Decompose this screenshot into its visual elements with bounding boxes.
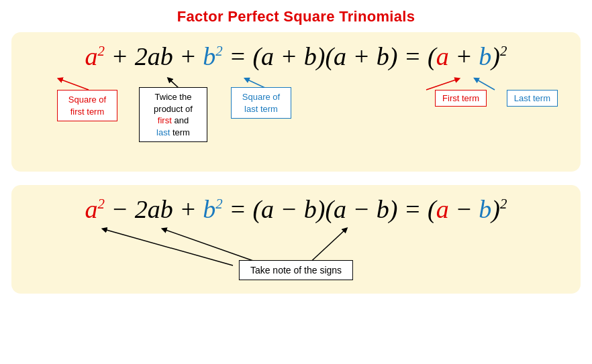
page-title: Factor Perfect Square Trinomials (177, 8, 415, 25)
annotations-area-bottom: Take note of the signs (25, 224, 567, 284)
take-note-label: Take note of the signs (250, 265, 342, 276)
two-ab: 2ab (135, 42, 173, 71)
plus2: + (173, 42, 203, 71)
minus3: − (449, 194, 479, 224)
ann-last-term: Last term (507, 90, 558, 107)
svg-line-4 (476, 79, 495, 90)
ann-first-term: First term (435, 90, 487, 107)
a-squared-b: a2 (85, 194, 105, 224)
equals1-b: = (223, 194, 253, 224)
paren-close-b: )2 (491, 194, 507, 224)
plus2-b: + (173, 194, 203, 224)
equals2-b: = (397, 194, 428, 224)
ann-square-last: Square oflast term (231, 87, 291, 119)
expand1-b: (a − b)(a − b) (252, 194, 397, 224)
formula-bottom: a2 − 2ab + b2 = (a − b)(a − b) = (a − b)… (25, 194, 567, 224)
minus1: − (105, 194, 135, 224)
plus1: + (105, 42, 135, 71)
svg-line-3 (426, 79, 458, 90)
a-final: a (436, 42, 449, 71)
b-final-b: b (479, 194, 491, 224)
a-squared: a2 (85, 42, 105, 71)
b-squared-b: b2 (203, 194, 222, 224)
b-final: b (479, 42, 491, 71)
take-note-box: Take note of the signs (239, 260, 353, 280)
paren-open: ( (428, 42, 436, 71)
top-card: a2 + 2ab + b2 = (a + b)(a + b) = (a + b)… (11, 32, 581, 172)
a-final-b: a (436, 194, 449, 224)
formula-top: a2 + 2ab + b2 = (a + b)(a + b) = (a + b)… (25, 42, 567, 71)
ann-square-first: Square of first term (57, 90, 117, 121)
ann-twice-product: Twice theproduct offirst andlast term (139, 87, 207, 142)
bottom-card: a2 − 2ab + b2 = (a − b)(a − b) = (a − b)… (11, 185, 581, 294)
ann-square-first-label: Square of first term (68, 95, 106, 117)
paren-close: )2 (491, 42, 507, 71)
svg-line-0 (60, 79, 89, 90)
ann-twice-label: Twice theproduct offirst andlast term (154, 92, 193, 137)
equals2: = (397, 42, 428, 71)
plus3: + (449, 42, 479, 71)
paren-open-b: ( (428, 194, 436, 224)
ann-square-last-label: Square oflast term (242, 92, 280, 114)
expand1: (a + b)(a + b) (252, 42, 397, 71)
two-ab-b: 2ab (135, 194, 173, 224)
equals1: = (223, 42, 253, 71)
svg-line-5 (104, 229, 233, 265)
annotations-area-top: Square of first term Twice theproduct of… (25, 75, 567, 162)
b-squared: b2 (203, 42, 222, 71)
